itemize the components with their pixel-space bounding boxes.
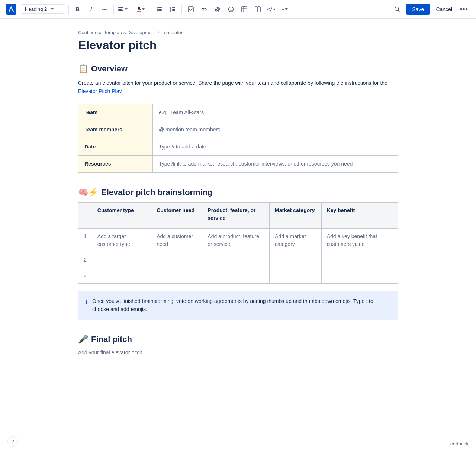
svg-point-4 <box>157 7 158 8</box>
table-value-cell[interactable]: Type /link to add market research, custo… <box>153 155 398 172</box>
brainstorm-cell[interactable] <box>270 268 322 283</box>
overview-section: 📋 Overview Create an elevator pitch for … <box>78 64 398 173</box>
toolbar: Heading 2 B I ••• A 1. 2. <box>0 0 476 19</box>
heading-selector[interactable]: Heading 2 <box>21 4 65 14</box>
numbered-list-icon: 1. 2. 3. <box>170 6 176 12</box>
overview-desc-text2: . <box>121 88 123 94</box>
divider-5 <box>181 5 182 14</box>
brainstorm-cell[interactable] <box>321 252 398 268</box>
svg-rect-20 <box>242 7 247 12</box>
code-button[interactable]: </> <box>265 3 277 15</box>
brainstorm-col-header: Market category <box>270 202 322 228</box>
info-box: ℹ Once you've finished brainstorming, vo… <box>78 291 398 320</box>
text-color-button[interactable]: A <box>135 3 147 15</box>
brainstorm-cell[interactable]: Add a key benefit that customers value <box>321 228 398 252</box>
brainstorming-heading-text: Elevator pitch brainstorming <box>101 188 213 197</box>
brainstorm-cell[interactable] <box>202 268 270 283</box>
brainstorm-cell[interactable]: Add a product, feature, or service <box>202 228 270 252</box>
brainstorm-col-header: Customer type <box>92 202 151 228</box>
row-number: 3 <box>78 268 92 283</box>
elevator-pitch-play-link[interactable]: Elevator Pitch Play <box>78 88 121 94</box>
task-button[interactable] <box>185 3 197 15</box>
divider-1 <box>68 5 69 14</box>
table-value-cell[interactable]: @ mention team members <box>153 121 398 138</box>
heading-selector-label: Heading 2 <box>25 6 47 12</box>
more-actions-button[interactable]: ••• <box>458 3 470 15</box>
brainstorm-cell[interactable] <box>321 268 398 283</box>
table-button[interactable] <box>238 3 250 15</box>
breadcrumb: Confluence Templates Development / Templ… <box>78 30 398 35</box>
final-pitch-emoji: 🎤 <box>78 335 88 344</box>
more-formatting-button[interactable]: ••• <box>99 3 110 15</box>
svg-rect-7 <box>158 7 162 8</box>
brainstorming-heading: 🧠⚡ Elevator pitch brainstorming <box>78 188 398 197</box>
save-button[interactable]: Save <box>406 4 430 15</box>
page-title[interactable]: Elevator pitch <box>78 38 398 52</box>
overview-table: Team e.g., Team All-Stars Team members @… <box>78 104 398 173</box>
divider-4 <box>150 5 150 14</box>
brainstorm-cell[interactable] <box>92 268 151 283</box>
info-box-text: Once you've finished brainstorming, vote… <box>92 297 390 314</box>
brainstorm-cell[interactable] <box>270 252 322 268</box>
brainstorm-cell[interactable] <box>92 252 151 268</box>
svg-rect-13 <box>172 7 175 8</box>
align-button[interactable] <box>117 3 129 15</box>
brainstorm-cell[interactable]: Add a target customer type <box>92 228 151 252</box>
svg-point-17 <box>229 7 234 12</box>
final-pitch-heading: 🎤 Final pitch <box>78 335 398 344</box>
chevron-down-icon <box>51 8 54 10</box>
task-icon <box>188 6 194 12</box>
svg-point-6 <box>157 10 158 11</box>
insert-chevron-icon <box>285 8 288 10</box>
columns-button[interactable] <box>252 3 264 15</box>
svg-point-19 <box>232 9 232 9</box>
app-logo <box>6 4 16 15</box>
emoji-button[interactable] <box>225 3 237 15</box>
brainstorm-cell[interactable] <box>202 252 270 268</box>
link-button[interactable] <box>198 3 210 15</box>
svg-line-28 <box>398 10 400 12</box>
numbered-list-button[interactable]: 1. 2. 3. <box>167 3 178 15</box>
table-value-cell[interactable]: Type // to add a date <box>153 138 398 155</box>
table-value-cell[interactable]: e.g., Team All-Stars <box>153 104 398 121</box>
brainstorm-cell[interactable] <box>151 268 202 283</box>
feedback-button[interactable]: Feedback <box>447 441 469 447</box>
overview-heading: 📋 Overview <box>78 64 398 74</box>
divider-2 <box>113 5 114 14</box>
bullet-list-button[interactable] <box>153 3 165 15</box>
columns-icon <box>255 6 261 12</box>
table-row: Date Type // to add a date <box>78 138 398 155</box>
overview-desc-text1: Create an elevator pitch for your produc… <box>78 80 387 86</box>
svg-point-5 <box>157 9 158 10</box>
brainstorming-section: 🧠⚡ Elevator pitch brainstorming Customer… <box>78 188 398 320</box>
search-button[interactable] <box>391 3 403 15</box>
insert-button[interactable]: + <box>279 3 290 15</box>
brainstorming-table: Customer typeCustomer needProduct, featu… <box>78 202 398 284</box>
brainstorm-row: 1Add a target customer typeAdd a custome… <box>78 228 398 252</box>
mention-button[interactable]: @ <box>212 3 223 15</box>
svg-rect-15 <box>172 10 175 11</box>
svg-rect-0 <box>6 4 16 15</box>
svg-rect-25 <box>255 7 257 12</box>
toolbar-actions: Save Cancel ••• <box>391 3 470 15</box>
brainstorm-row: 2 <box>78 252 398 268</box>
brainstorm-cell[interactable] <box>151 252 202 268</box>
brainstorm-cell[interactable]: Add a market category <box>270 228 322 252</box>
main-content: Confluence Templates Development / Templ… <box>63 19 413 400</box>
brainstorm-cell[interactable]: Add a customer need <box>151 228 202 252</box>
table-icon <box>241 6 247 12</box>
table-label-cell: Date <box>78 138 153 155</box>
svg-point-18 <box>230 9 231 9</box>
svg-rect-16 <box>188 7 193 12</box>
breadcrumb-parent[interactable]: Confluence Templates Development <box>78 30 156 35</box>
table-row: Team members @ mention team members <box>78 121 398 138</box>
text-color-icon: A <box>137 6 141 12</box>
help-button[interactable]: ? <box>7 436 18 447</box>
link-icon <box>201 6 207 12</box>
brainstorming-emoji: 🧠⚡ <box>78 188 98 197</box>
bold-button[interactable]: B <box>72 3 84 15</box>
overview-emoji: 📋 <box>78 64 88 74</box>
cancel-button[interactable]: Cancel <box>433 4 455 15</box>
italic-button[interactable]: I <box>85 3 97 15</box>
bullet-list-icon <box>156 6 162 12</box>
